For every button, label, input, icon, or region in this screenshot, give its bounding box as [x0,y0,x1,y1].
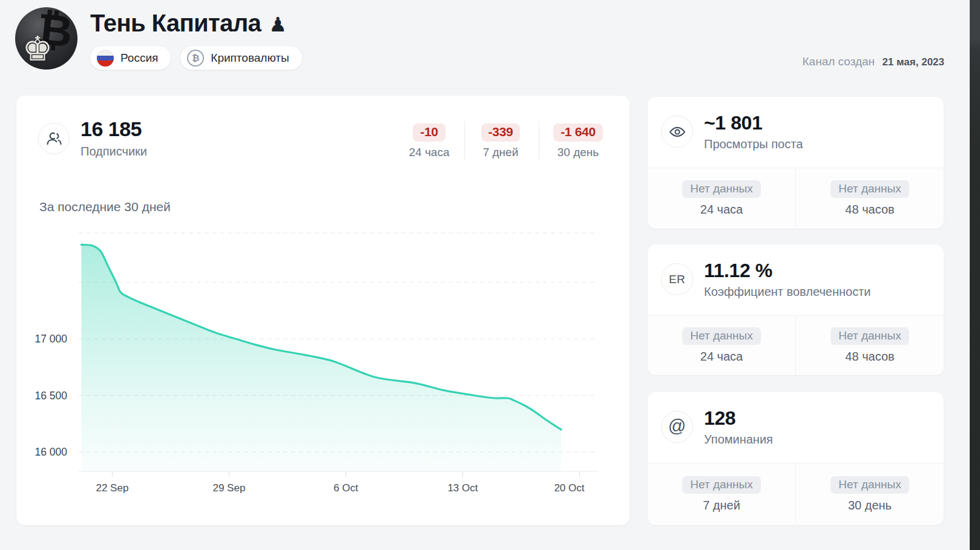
views-icon-circle [661,116,693,148]
svg-text:6 Oct: 6 Oct [334,482,358,494]
no-data-badge: Нет данных [830,476,909,494]
page-title: Тень Капитала ♟ [90,10,286,37]
cell-24h: Нет данных 24 часа [648,168,795,229]
post-views-card: ~1 801 Просмотры поста Нет данных 24 час… [648,97,944,229]
engagement-rate-label: Коэффициент вовлеченности [704,285,870,299]
channel-badges: Россия ₿ Криптовалюты [90,45,303,70]
cell-period: 48 часов [845,203,894,217]
svg-text:29 Sep: 29 Sep [212,482,245,494]
no-data-badge: Нет данных [682,327,760,345]
at-sign-icon: @ [668,416,686,436]
mentions-label: Упоминания [704,433,773,447]
delta-24h-value: -10 [413,123,445,142]
mentions-card: @ 128 Упоминания Нет данных 7 дней Нет д… [648,392,944,525]
chart-title: За последние 30 дней [39,200,171,214]
svg-text:17 000: 17 000 [35,333,67,345]
mentions-icon-circle: @ [661,411,693,443]
delta-30d-value: -1 640 [553,123,603,142]
engagement-rate-value: 11.12 % [704,260,772,282]
svg-text:16 000: 16 000 [35,446,67,458]
channel-avatar[interactable]: ₿ ♚ [15,7,77,70]
cell-48h: Нет данных 48 часов [795,316,944,375]
cell-7d: Нет данных 7 дней [648,463,795,525]
subscribers-label: Подписчики [81,145,147,159]
no-data-badge: Нет данных [830,180,909,198]
no-data-badge: Нет данных [682,180,760,198]
bitcoin-icon: ₿ [187,50,204,67]
badge-category-label: Криптовалюты [211,51,289,65]
eye-icon [668,123,686,141]
post-views-cells: Нет данных 24 часа Нет данных 48 часов [648,168,944,229]
cell-period: 48 часов [845,350,894,364]
mentions-value: 128 [704,407,735,430]
dark-panel-edge [970,0,980,550]
cell-30d: Нет данных 30 день [795,463,944,525]
cell-period: 24 часа [700,350,743,364]
svg-text:20 Oct: 20 Oct [554,482,584,494]
russia-flag-icon [97,50,114,67]
created-label: Канал создан [803,55,875,68]
cell-period: 30 день [848,499,892,512]
channel-created: Канал создан 21 мая, 2023 [803,55,944,68]
cell-24h: Нет данных 24 часа [648,316,795,375]
delta-24h: -10 24 часа [390,123,469,159]
badge-country-label: Россия [120,51,158,65]
subscribers-area-chart[interactable]: 22 Sep29 Sep6 Oct13 Oct20 Oct17 00016 50… [16,223,630,507]
svg-text:16 500: 16 500 [35,390,67,402]
chess-pawn-icon: ♟ [269,13,286,36]
badge-country[interactable]: Россия [90,45,171,70]
post-views-value: ~1 801 [704,112,762,134]
delta-30d-period: 30 день [539,146,617,159]
er-icon: ER [669,273,685,286]
cell-period: 24 часа [700,203,743,217]
subscribers-icon-circle [38,123,70,154]
cell-48h: Нет данных 48 часов [795,168,944,229]
created-date: 21 мая, 2023 [882,56,944,68]
engagement-rate-card: ER 11.12 % Коэффициент вовлеченности Нет… [648,244,944,375]
users-icon [45,129,63,148]
er-icon-circle: ER [661,263,693,295]
post-views-label: Просмотры поста [704,137,803,151]
channel-title: Тень Капитала [90,10,261,37]
no-data-badge: Нет данных [830,327,909,345]
delta-24h-period: 24 часа [390,146,469,159]
delta-7d: -339 7 дней [461,123,540,159]
svg-text:13 Oct: 13 Oct [447,482,478,494]
cell-period: 7 дней [703,499,740,512]
mentions-cells: Нет данных 7 дней Нет данных 30 день [648,463,944,525]
subscribers-value: 16 185 [81,117,142,141]
subscribers-card: 16 185 Подписчики -10 24 часа -339 7 дне… [16,96,630,525]
chess-king-icon: ♚ [22,29,53,68]
delta-7d-value: -339 [481,123,521,142]
svg-text:22 Sep: 22 Sep [96,482,128,494]
badge-category[interactable]: ₿ Криптовалюты [180,45,302,70]
engagement-rate-cells: Нет данных 24 часа Нет данных 48 часов [648,315,944,375]
delta-30d: -1 640 30 день [539,123,617,159]
no-data-badge: Нет данных [682,476,760,494]
delta-7d-period: 7 дней [461,146,540,159]
